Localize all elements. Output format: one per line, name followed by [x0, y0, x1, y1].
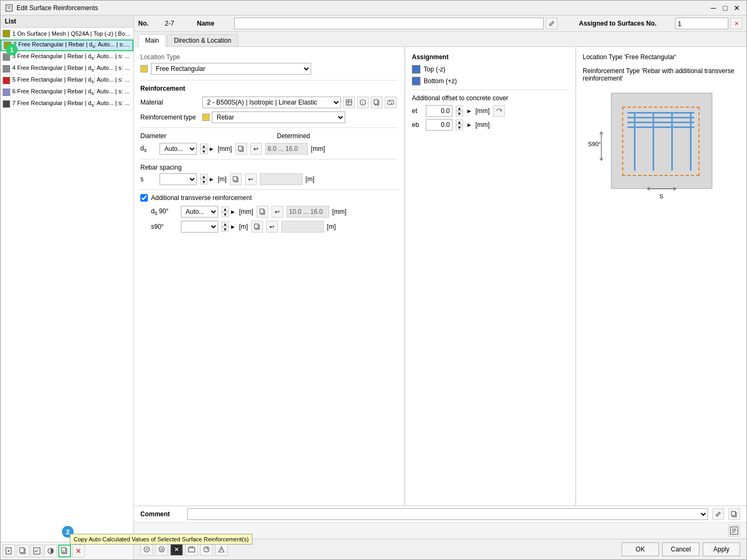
no-label: No. [138, 20, 154, 27]
s90-select[interactable] [181, 221, 218, 233]
delete-button[interactable]: ✕ [72, 545, 85, 557]
ds-select[interactable]: Auto... [160, 143, 197, 155]
reinforcement-section: Reinforcement Material 2 - B500S(A) | Is… [140, 85, 398, 123]
footer-icon-6[interactable] [215, 543, 228, 556]
comment-edit-btn[interactable] [712, 508, 724, 520]
comment-copy-btn[interactable] [728, 508, 740, 520]
s90-copy-btn[interactable] [251, 221, 263, 233]
s-determined-unit: [m] [306, 175, 315, 183]
footer-icon-2[interactable]: 0 [155, 543, 168, 556]
invert-button[interactable] [44, 545, 57, 557]
s-diagram-label: S [659, 193, 663, 199]
list-item[interactable]: 2 Free Rectangular | Rebar | ds: Auto...… [1, 39, 133, 51]
select-all-button[interactable] [30, 545, 43, 557]
badge-1: 1 [6, 44, 18, 55]
et-sync-btn[interactable] [493, 105, 505, 117]
ds90-spin-down[interactable]: ▼ [221, 212, 229, 217]
edit-name-button[interactable] [546, 18, 558, 29]
footer-icon-1[interactable] [140, 543, 153, 556]
tab-main[interactable]: Main [138, 34, 166, 47]
content-area: Location Type Free Rectangular Reinforce… [134, 47, 746, 506]
new-button[interactable] [3, 545, 15, 557]
list-item-color [3, 77, 10, 84]
list-item[interactable]: 7 Free Rectangular | Rebar | ds: Auto...… [1, 98, 133, 110]
list-item-color [3, 65, 10, 73]
eb-spin-down[interactable]: ▼ [456, 125, 463, 130]
s-spin-up[interactable]: ▲ [200, 174, 208, 179]
close-button[interactable]: ✕ [732, 3, 742, 13]
comment-select[interactable] [187, 508, 708, 520]
s-spin-down[interactable]: ▼ [200, 179, 208, 185]
maximize-button[interactable]: □ [720, 3, 730, 13]
list-item-color [3, 100, 10, 108]
ds-spinner: ▲ ▼ ► [200, 143, 214, 154]
transverse-section: Additional transverse reinforcement ds 9… [140, 194, 398, 233]
list-item[interactable]: 3 Free Rectangular | Rebar | ds: Auto...… [1, 51, 133, 63]
list-items: 1 On Surface | Mesh | Q524A | Top (-z) |… [1, 28, 133, 110]
footer-icon-4[interactable] [185, 543, 198, 556]
s-copy-btn[interactable] [230, 173, 242, 185]
eb-input[interactable] [426, 119, 452, 131]
material-link-btn[interactable] [385, 97, 396, 108]
s90-undo-btn[interactable]: ↩ [266, 221, 278, 233]
list-item[interactable]: 5 Free Rectangular | Rebar | ds: Auto...… [1, 75, 133, 86]
s90-arrow [596, 130, 607, 162]
list-item-text: 6 Free Rectangular | Rebar | ds: Auto...… [12, 88, 130, 96]
ds90-select[interactable]: Auto... [181, 206, 218, 218]
ds-determined-unit: [mm] [311, 145, 325, 153]
et-spin-down[interactable]: ▼ [456, 111, 463, 116]
copy-auto-button[interactable] [58, 545, 71, 557]
material-copy-btn[interactable] [371, 97, 383, 108]
footer-icon-3[interactable] [170, 543, 183, 556]
duplicate-button[interactable] [17, 545, 29, 557]
tab-direction[interactable]: Direction & Location [167, 34, 238, 46]
assigned-input[interactable] [675, 18, 728, 29]
s-undo-btn[interactable]: ↩ [245, 173, 257, 185]
comment-section: Comment [134, 506, 746, 522]
name-input[interactable] [234, 18, 544, 29]
list-item[interactable]: 4 Free Rectangular | Rebar | ds: Auto...… [1, 63, 133, 75]
et-spin-up[interactable]: ▲ [456, 106, 463, 111]
spacing-section: Rebar spacing s ▲ ▼ ► [m] [140, 164, 398, 185]
location-type-info: Location Type 'Free Rectangular' [583, 53, 740, 61]
material-select[interactable]: 2 - B500S(A) | Isotropic | Linear Elasti… [202, 97, 341, 108]
list-item-text: 2 Free Rectangular | Rebar | ds: Auto...… [13, 41, 130, 49]
ds-spin-down[interactable]: ▼ [200, 149, 208, 154]
app-icon [5, 4, 13, 12]
ds90-undo-btn[interactable]: ↩ [272, 206, 283, 218]
rein-type-select[interactable]: Rebar [212, 111, 345, 123]
ok-button[interactable]: OK [622, 542, 659, 556]
ds-spin-up[interactable]: ▲ [200, 143, 208, 149]
export-button[interactable] [728, 525, 740, 537]
list-item[interactable]: 1 On Surface | Mesh | Q524A | Top (-z) |… [1, 28, 133, 39]
s-select[interactable] [160, 173, 197, 185]
et-input[interactable] [426, 105, 452, 117]
s-determined [260, 173, 303, 185]
comment-label: Comment [140, 510, 183, 518]
s90-spin-up[interactable]: ▲ [221, 221, 229, 227]
ds90-spin-up[interactable]: ▲ [221, 206, 229, 212]
additional-trans-checkbox[interactable] [140, 194, 148, 202]
footer-icon-5[interactable] [200, 543, 213, 556]
ds90-row: ds 90° Auto... ▲ ▼ ► [mm] [140, 206, 398, 218]
list-item[interactable]: 6 Free Rectangular | Rebar | ds: Auto...… [1, 86, 133, 98]
bottom-label: Bottom (+z) [424, 77, 457, 85]
assigned-clear-button[interactable]: ✕ [730, 18, 742, 29]
ds-copy-btn[interactable] [235, 143, 247, 155]
cancel-button[interactable]: Cancel [662, 542, 700, 556]
apply-button[interactable]: Apply [703, 542, 740, 556]
material-info-btn[interactable]: i [357, 97, 369, 108]
minimize-button[interactable]: ─ [708, 3, 719, 13]
ds90-copy-btn[interactable] [257, 206, 268, 218]
material-table-btn[interactable] [343, 97, 355, 108]
assignment-panel: Assignment Top (-z) Bottom (+z) Addition… [405, 47, 576, 506]
rein-type-label: Reinforcement type [140, 114, 199, 121]
diameter-section: Diameter Determined ds Auto... ▲ ▼ [140, 132, 398, 155]
list-header: List [1, 15, 133, 28]
s90-spin-down[interactable]: ▼ [221, 227, 229, 232]
eb-spin-up[interactable]: ▲ [456, 119, 463, 125]
s90-unit: [m] [239, 223, 248, 230]
list-item-color [3, 30, 10, 37]
ds-undo-btn[interactable]: ↩ [250, 143, 262, 155]
location-type-select[interactable]: Free Rectangular [151, 63, 311, 75]
